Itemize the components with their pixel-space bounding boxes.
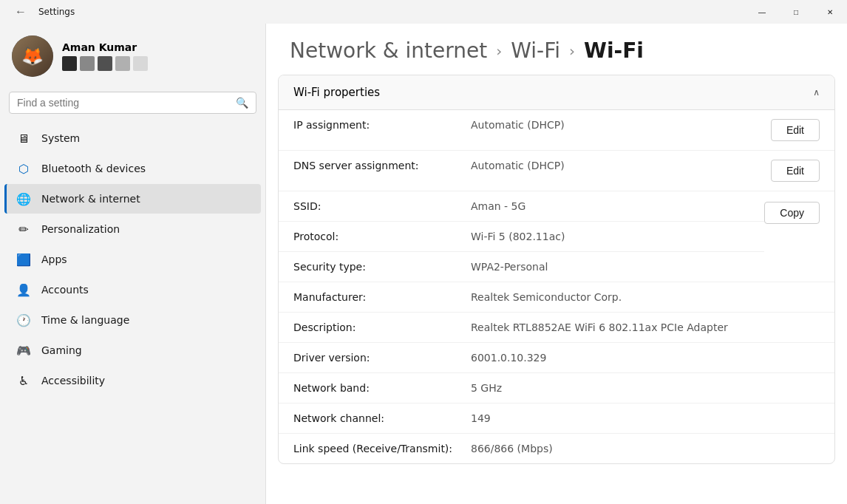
accounts-icon: 👤 <box>16 282 31 297</box>
prop-label-ip: IP assignment: <box>293 119 471 141</box>
prop-label-security: Security type: <box>293 261 471 273</box>
swatch-2 <box>80 56 95 71</box>
accessibility-icon: ♿ <box>16 373 31 388</box>
properties-panel: Wi-Fi properties ∧ IP assignment: Automa… <box>278 75 835 464</box>
prop-value-ip: Automatic (DHCP) <box>471 119 759 141</box>
prop-row-protocol: Protocol: Wi-Fi 5 (802.11ac) <box>279 222 764 252</box>
maximize-button[interactable]: □ <box>779 0 813 24</box>
breadcrumb-wifi[interactable]: Wi-Fi <box>511 38 560 63</box>
prop-row-description: Description: Realtek RTL8852AE WiFi 6 80… <box>279 313 834 343</box>
prop-value-security: WPA2-Personal <box>471 261 749 273</box>
prop-label-driver: Driver version: <box>293 352 471 364</box>
prop-value-manufacturer: Realtek Semiconductor Corp. <box>471 291 820 303</box>
avatar: 🦊 <box>12 35 53 77</box>
prop-label-manufacturer: Manufacturer: <box>293 291 471 303</box>
sidebar: 🦊 Aman Kumar 🔍 🖥 <box>0 24 266 504</box>
breadcrumb-sep-2: › <box>569 42 575 60</box>
properties-title: Wi-Fi properties <box>293 86 380 99</box>
prop-row-ssid: SSID: Aman - 5G <box>279 191 764 222</box>
breadcrumb-wifi-current: Wi-Fi <box>584 38 644 63</box>
sidebar-item-label-apps: Apps <box>41 253 67 265</box>
sidebar-item-label-bluetooth: Bluetooth & devices <box>41 163 146 174</box>
prop-row-manufacturer: Manufacturer: Realtek Semiconductor Corp… <box>279 282 834 313</box>
network-icon: 🌐 <box>16 191 31 206</box>
nav-section: 🖥 System ⬡ Bluetooth & devices 🌐 Network… <box>0 120 265 504</box>
swatch-5 <box>133 56 148 71</box>
prop-row-band: Network band: 5 GHz <box>279 373 834 403</box>
prop-row-ip: IP assignment: Automatic (DHCP) Edit <box>279 110 834 151</box>
sidebar-item-accounts[interactable]: 👤 Accounts <box>4 275 261 304</box>
prop-label-ssid: SSID: <box>293 200 471 212</box>
user-info: Aman Kumar <box>62 41 148 71</box>
prop-value-band: 5 GHz <box>471 382 820 394</box>
sidebar-item-bluetooth[interactable]: ⬡ Bluetooth & devices <box>4 154 261 183</box>
edit-dns-button[interactable]: Edit <box>771 160 820 182</box>
swatch-4 <box>115 56 130 71</box>
sidebar-item-label-personalization: Personalization <box>41 223 120 235</box>
prop-row-driver: Driver version: 6001.0.10.329 <box>279 343 834 373</box>
prop-label-protocol: Protocol: <box>293 231 471 242</box>
title-bar: ← Settings — □ ✕ <box>0 0 847 24</box>
prop-label-band: Network band: <box>293 382 471 394</box>
prop-value-driver: 6001.0.10.329 <box>471 352 820 364</box>
search-input[interactable] <box>17 97 230 109</box>
sidebar-item-network[interactable]: 🌐 Network & internet <box>4 184 261 214</box>
prop-value-description: Realtek RTL8852AE WiFi 6 802.11ax PCIe A… <box>471 321 820 333</box>
breadcrumb: Network & internet › Wi-Fi › Wi-Fi <box>266 24 847 75</box>
avatar-image: 🦊 <box>12 35 53 77</box>
sidebar-item-label-accounts: Accounts <box>41 284 89 296</box>
prop-value-dns: Automatic (DHCP) <box>471 160 759 182</box>
user-name: Aman Kumar <box>62 41 148 53</box>
content-area: Network & internet › Wi-Fi › Wi-Fi Wi-Fi… <box>266 24 847 504</box>
prop-row-channel: Network channel: 149 <box>279 403 834 434</box>
search-box: 🔍 <box>9 92 256 114</box>
chevron-up-icon: ∧ <box>813 87 820 98</box>
personalization-icon: ✏️ <box>16 222 31 236</box>
edit-ip-button[interactable]: Edit <box>771 119 820 141</box>
prop-value-linkspeed: 866/866 (Mbps) <box>471 443 820 454</box>
minimize-button[interactable]: — <box>745 0 779 24</box>
bluetooth-icon: ⬡ <box>16 161 31 176</box>
prop-label-dns: DNS server assignment: <box>293 160 471 182</box>
prop-action-ip: Edit <box>771 119 820 141</box>
sidebar-item-label-system: System <box>41 132 80 144</box>
prop-action-dns: Edit <box>771 160 820 182</box>
sidebar-item-gaming[interactable]: 🎮 Gaming <box>4 336 261 365</box>
prop-value-ssid: Aman - 5G <box>471 200 749 212</box>
app-body: 🦊 Aman Kumar 🔍 🖥 <box>0 24 847 504</box>
sidebar-item-personalization[interactable]: ✏️ Personalization <box>4 214 261 244</box>
title-bar-left: ← Settings <box>9 2 75 21</box>
search-container: 🔍 <box>0 86 265 120</box>
copy-button[interactable]: Copy <box>764 202 820 224</box>
back-button[interactable]: ← <box>9 2 33 21</box>
sidebar-item-system[interactable]: 🖥 System <box>4 123 261 153</box>
properties-table: IP assignment: Automatic (DHCP) Edit DNS… <box>279 110 834 463</box>
system-icon: 🖥 <box>16 131 31 146</box>
swatch-3 <box>98 56 112 71</box>
sidebar-item-label-time: Time & language <box>41 314 129 326</box>
prop-row-dns: DNS server assignment: Automatic (DHCP) … <box>279 151 834 191</box>
prop-label-description: Description: <box>293 321 471 333</box>
prop-row-multi-group: SSID: Aman - 5G Protocol: Wi-Fi 5 (802.1… <box>279 191 834 282</box>
breadcrumb-network[interactable]: Network & internet <box>290 38 487 63</box>
prop-label-channel: Network channel: <box>293 412 471 424</box>
apps-icon: 🟦 <box>16 252 31 267</box>
sidebar-item-apps[interactable]: 🟦 Apps <box>4 245 261 274</box>
gaming-icon: 🎮 <box>16 343 31 358</box>
sidebar-item-label-accessibility: Accessibility <box>41 375 105 386</box>
app-title: Settings <box>38 7 75 17</box>
color-swatches <box>62 56 148 71</box>
close-button[interactable]: ✕ <box>813 0 847 24</box>
sidebar-item-accessibility[interactable]: ♿ Accessibility <box>4 366 261 395</box>
prop-value-channel: 149 <box>471 412 820 424</box>
prop-value-protocol: Wi-Fi 5 (802.11ac) <box>471 231 749 242</box>
time-icon: 🕐 <box>16 313 31 327</box>
properties-header[interactable]: Wi-Fi properties ∧ <box>279 75 834 110</box>
window-controls: — □ ✕ <box>745 0 847 24</box>
prop-label-linkspeed: Link speed (Receive/Transmit): <box>293 443 471 454</box>
breadcrumb-sep-1: › <box>496 42 502 60</box>
swatch-1 <box>62 56 77 71</box>
search-icon: 🔍 <box>236 97 248 109</box>
sidebar-item-time[interactable]: 🕐 Time & language <box>4 305 261 335</box>
prop-rows-right: Copy <box>764 191 834 282</box>
